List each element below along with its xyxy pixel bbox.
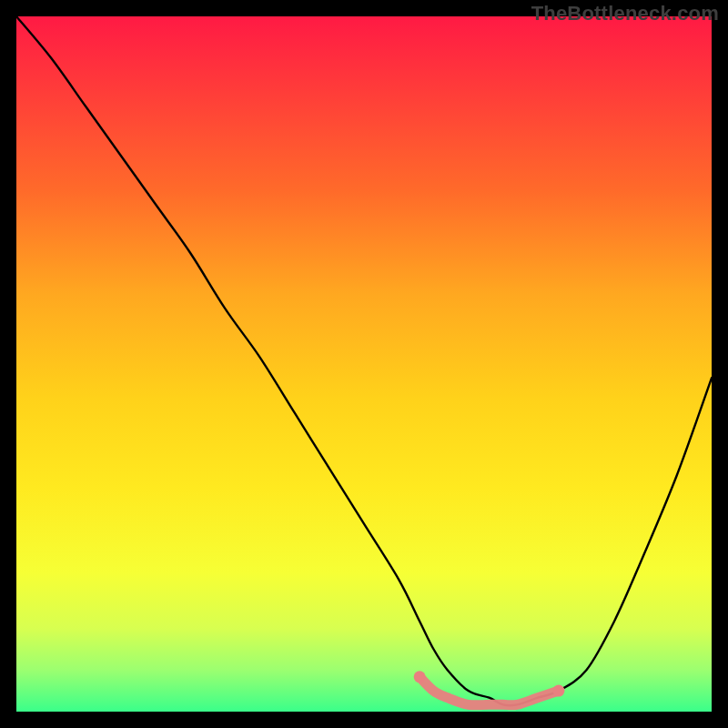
- chart-svg: [16, 16, 712, 712]
- watermark-text: TheBottleneck.com: [531, 2, 719, 25]
- optimal-region-highlight: [414, 671, 565, 705]
- highlight-endpoint: [414, 671, 426, 682]
- bottleneck-curve: [16, 16, 712, 705]
- highlight-endpoint: [552, 685, 564, 697]
- chart-stage: TheBottleneck.com: [0, 0, 728, 728]
